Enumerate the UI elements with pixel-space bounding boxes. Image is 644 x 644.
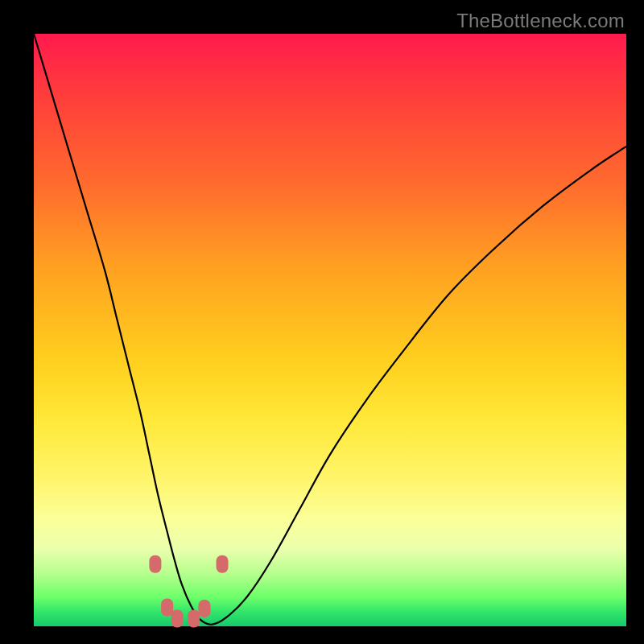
chart-svg [34,34,626,626]
bottleneck-curve [34,34,626,625]
curve-marker [149,555,161,573]
watermark-text: TheBottleneck.com [456,10,625,32]
chart-frame: TheBottleneck.com [0,0,644,644]
curve-marker [161,598,173,616]
curve-marker [217,555,229,573]
curve-marker [171,609,184,627]
curve-marker [188,609,200,627]
curve-marker [198,600,210,617]
marker-group [149,555,228,628]
